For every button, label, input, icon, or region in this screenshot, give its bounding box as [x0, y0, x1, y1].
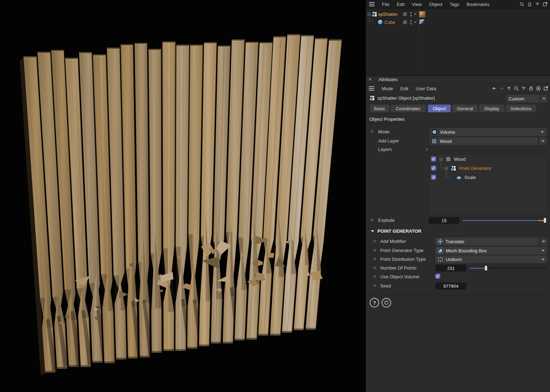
question-mark-icon: ?	[373, 300, 376, 306]
visibility-dots-icon[interactable]	[410, 12, 412, 18]
number-of-points-value[interactable]: 231	[435, 265, 467, 272]
reset-button[interactable]	[382, 298, 391, 307]
up-arrow-icon[interactable]	[506, 86, 512, 91]
separator	[367, 295, 549, 295]
menu-bookmarks[interactable]: Bookmarks	[467, 2, 489, 7]
refresh-icon	[384, 300, 389, 305]
keyframe-diamond-icon[interactable]	[371, 219, 374, 221]
viewport-3d[interactable]	[0, 0, 366, 392]
keyframe-diamond-icon[interactable]	[373, 266, 376, 269]
menu-edit[interactable]: Edit	[397, 2, 404, 7]
target-icon[interactable]	[536, 86, 541, 91]
expand-collapse-icon[interactable]	[368, 13, 371, 16]
check-icon: ✓	[432, 166, 435, 171]
menu-view[interactable]: View	[412, 2, 422, 7]
number-of-points-slider[interactable]	[469, 265, 546, 272]
enabled-check-icon[interactable]: ✓	[414, 19, 417, 25]
attr-menu-edit[interactable]: Edit	[401, 86, 408, 91]
layer-checkbox[interactable]: ✓	[431, 175, 436, 180]
keyframe-diamond-icon[interactable]	[373, 240, 376, 242]
tab-basic[interactable]: Basic	[370, 105, 389, 112]
display-tag-icon[interactable]	[420, 19, 425, 25]
wood-icon	[431, 138, 437, 144]
keyframe-diamond-icon[interactable]	[373, 275, 376, 278]
layer-color-icon[interactable]	[403, 20, 407, 24]
tab-display[interactable]: Display	[479, 105, 504, 112]
expand-collapse-icon[interactable]	[440, 158, 443, 161]
use-object-volume-checkbox[interactable]: ✓	[435, 274, 440, 279]
object-row-cube[interactable]: Cube ✓	[366, 18, 550, 26]
add-modifier-label: Add Modifier	[380, 239, 406, 244]
popout-icon[interactable]	[542, 1, 548, 7]
tab-object[interactable]: Object	[428, 105, 451, 112]
explode-value[interactable]: 15	[429, 217, 460, 224]
back-arrow-icon[interactable]	[491, 86, 497, 91]
attributes-hamburger-icon[interactable]	[369, 86, 374, 91]
home-icon[interactable]	[527, 1, 532, 7]
slider-handle[interactable]	[544, 218, 546, 223]
menu-object[interactable]: Object	[429, 2, 442, 7]
object-row-xpshatter[interactable]: xpShatter ✓	[366, 11, 550, 18]
object-label-cube[interactable]: Cube	[384, 20, 395, 25]
layer-checkbox[interactable]: ✓	[431, 166, 436, 171]
popout-icon[interactable]	[543, 86, 549, 91]
menu-file[interactable]: File	[382, 2, 389, 7]
help-button[interactable]: ?	[370, 298, 379, 307]
menu-tags[interactable]: Tags	[450, 2, 459, 7]
layer-row-scale[interactable]: ✓ Scale	[429, 173, 547, 182]
uniform-dots-icon	[437, 257, 443, 263]
point-generator-type-dropdown[interactable]: Mesh Bounding Box	[435, 247, 547, 254]
add-modifier-dropdown[interactable]: Translate	[435, 238, 539, 245]
chevron-down-icon	[542, 241, 545, 242]
add-layer-dropdown[interactable]: Wood	[430, 137, 538, 145]
number-of-points-label: Number Of Points	[380, 265, 416, 271]
explode-row: Explode 15	[366, 217, 550, 225]
slider-fill	[469, 268, 486, 269]
filter-icon[interactable]	[535, 1, 540, 7]
close-icon[interactable]: ✕	[368, 77, 372, 82]
material-thumbnail[interactable]	[419, 11, 425, 17]
visibility-dots-icon[interactable]	[410, 20, 412, 26]
seed-value[interactable]: 977904	[435, 283, 467, 290]
chevron-right-icon[interactable]	[425, 148, 428, 151]
hamburger-menu-icon[interactable]	[369, 2, 375, 6]
use-object-volume-label: Use Object Volume	[380, 274, 419, 279]
keyframe-diamond-icon[interactable]	[371, 130, 374, 133]
explode-slider[interactable]	[462, 217, 546, 224]
preset-dropdown[interactable]: Custom	[506, 95, 539, 102]
add-layer-dropdown-arrow[interactable]	[539, 137, 546, 145]
point-generator-section-header[interactable]: POINT GENERATOR	[366, 228, 550, 235]
search-icon[interactable]	[514, 86, 519, 91]
slider-handle[interactable]	[485, 266, 487, 271]
layer-color-icon[interactable]	[403, 12, 407, 16]
attr-menu-user-data[interactable]: User Data	[416, 86, 436, 91]
preset-dropdown-arrow[interactable]	[541, 95, 548, 102]
tab-general[interactable]: General	[452, 105, 478, 112]
chevron-down-icon	[542, 250, 544, 252]
keyframe-diamond-icon[interactable]	[373, 258, 376, 260]
xpshatter-icon	[369, 95, 375, 101]
layer-checkbox[interactable]: ✓	[431, 157, 436, 161]
lock-icon[interactable]	[528, 86, 534, 91]
expand-collapse-icon[interactable]	[445, 167, 448, 170]
forward-arrow-icon[interactable]	[499, 86, 504, 91]
mode-dropdown[interactable]: Volume	[430, 128, 546, 136]
enabled-check-icon[interactable]: ✓	[414, 11, 417, 16]
tab-selections[interactable]: Selections	[506, 105, 536, 112]
attr-menu-mode[interactable]: Mode	[382, 86, 393, 91]
search-icon[interactable]	[519, 1, 525, 7]
layer-row-wood[interactable]: ✓ Wood	[429, 155, 547, 164]
chevron-down-icon	[371, 230, 374, 232]
object-manager: xpShatter ✓ Cube ✓	[366, 9, 550, 75]
tab-coordinates[interactable]: Coordinates	[391, 105, 425, 112]
xpshatter-icon	[371, 11, 377, 17]
object-label-xpshatter[interactable]: xpShatter	[378, 12, 398, 17]
point-distribution-type-row: Point Distribution Type Uniform	[366, 255, 550, 264]
keyframe-diamond-icon[interactable]	[373, 249, 376, 252]
keyframe-diamond-icon[interactable]	[373, 284, 376, 287]
add-modifier-dropdown-arrow[interactable]	[540, 238, 547, 245]
use-object-volume-row: Use Object Volume ✓	[366, 273, 550, 281]
point-distribution-type-dropdown[interactable]: Uniform	[435, 255, 547, 263]
filter-icon[interactable]	[521, 86, 526, 91]
point-generator-type-label: Point Generator Type	[380, 248, 423, 253]
